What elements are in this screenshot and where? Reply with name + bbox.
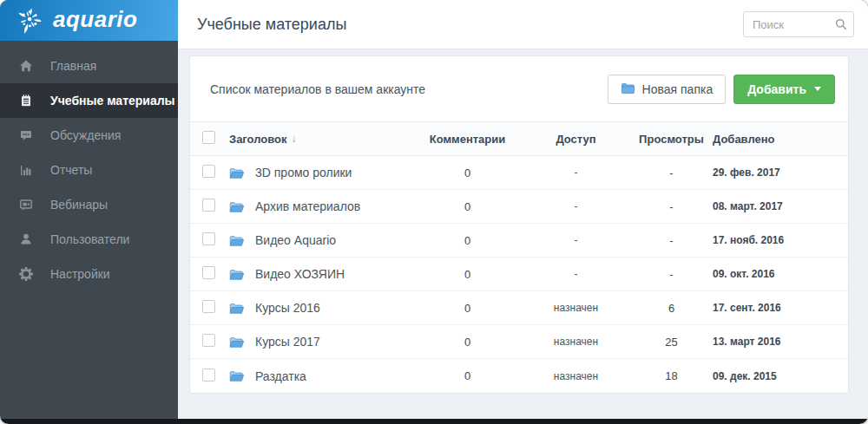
material-name[interactable]: Видео ХОЗЯИН <box>255 267 413 281</box>
material-name[interactable]: 3D промо ролики <box>255 166 413 179</box>
folder-icon <box>229 336 255 349</box>
material-views: - <box>630 200 713 213</box>
row-checkbox[interactable] <box>202 199 215 212</box>
brand-name: aquario <box>53 6 137 36</box>
folder-icon <box>229 369 255 382</box>
sidebar-item-label: Учебные материалы <box>50 94 175 108</box>
header-title[interactable]: Заголовок ↓ <box>229 133 413 146</box>
sidebar-item-label: Вебинары <box>50 198 108 212</box>
table-row[interactable]: Раздатка 0 назначен 18 09. дек. 2015 <box>190 359 848 393</box>
table-header: Заголовок ↓ Комментарии Доступ Просмотры… <box>190 121 848 156</box>
row-checkbox[interactable] <box>202 369 215 382</box>
material-views: 6 <box>630 302 713 315</box>
sidebar-item-label: Пользователи <box>50 232 129 246</box>
table-row[interactable]: Курсы 2017 0 назначен 25 13. март 2016 <box>190 325 848 359</box>
bar-chart-icon <box>19 163 35 177</box>
table-body: 3D промо ролики 0 - - 29. фев. 2017 Архи… <box>190 156 848 393</box>
material-views: - <box>630 268 713 281</box>
material-name[interactable]: Курсы 2016 <box>255 301 413 315</box>
sidebar-item-users[interactable]: Пользователи <box>0 222 178 257</box>
home-icon <box>19 59 35 73</box>
sidebar-item-discussions[interactable]: Обсуждения <box>0 118 178 153</box>
material-comments: 0 <box>413 302 522 315</box>
new-folder-button[interactable]: Новая папка <box>608 75 727 104</box>
material-access: - <box>522 268 630 280</box>
row-checkbox[interactable] <box>202 232 215 245</box>
person-icon <box>19 232 35 246</box>
main-area: Учебные материалы Список материалов в ва… <box>178 0 868 419</box>
material-comments: 0 <box>413 336 522 349</box>
sidebar-item-materials[interactable]: Учебные материалы <box>0 83 178 118</box>
table-row[interactable]: Видео ХОЗЯИН 0 - - 09. окт. 2016 <box>190 258 848 291</box>
table-row[interactable]: Архив материалов 0 - - 08. март. 2017 <box>190 190 848 224</box>
select-all-checkbox[interactable] <box>202 131 215 144</box>
row-checkbox[interactable] <box>202 300 215 313</box>
add-button[interactable]: Добавить <box>733 75 835 104</box>
card-toolbar: Список материалов в вашем аккаунте Новая… <box>190 56 848 121</box>
material-comments: 0 <box>413 166 522 179</box>
notepad-icon <box>19 94 35 108</box>
table-row[interactable]: Курсы 2016 0 назначен 6 17. сент. 2016 <box>190 291 848 325</box>
folder-icon <box>229 302 255 315</box>
material-access: назначен <box>522 370 630 382</box>
material-name[interactable]: Курсы 2017 <box>255 335 413 349</box>
folder-icon <box>621 82 635 97</box>
material-added: 08. март. 2017 <box>713 200 836 212</box>
row-checkbox[interactable] <box>202 334 215 347</box>
folder-icon <box>229 200 255 213</box>
topbar: Учебные материалы <box>178 0 868 49</box>
material-access: - <box>522 166 630 179</box>
material-added: 13. март 2016 <box>713 336 836 348</box>
material-views: - <box>630 166 713 179</box>
header-added[interactable]: Добавлено <box>713 133 836 146</box>
material-added: 17. сент. 2016 <box>713 302 836 314</box>
folder-icon <box>229 234 255 247</box>
sidebar-item-label: Отчеты <box>50 163 92 177</box>
material-added: 09. окт. 2016 <box>713 268 836 280</box>
brand-logo[interactable]: aquario <box>0 0 178 41</box>
sidebar-item-label: Настройки <box>50 267 110 281</box>
material-access: - <box>522 200 630 212</box>
material-views: 25 <box>630 336 713 349</box>
folder-icon <box>229 268 255 281</box>
app-window: aquario Главная <box>0 0 868 424</box>
table-row[interactable]: 3D промо ролики 0 - - 29. фев. 2017 <box>190 156 848 190</box>
material-views: 18 <box>630 369 713 382</box>
search-icon[interactable] <box>834 17 848 35</box>
header-views[interactable]: Просмотры <box>630 133 713 146</box>
sidebar-item-reports[interactable]: Отчеты <box>0 153 178 187</box>
sidebar-item-label: Главная <box>50 59 96 73</box>
content: Список материалов в вашем аккаунте Новая… <box>178 49 868 419</box>
sort-desc-icon: ↓ <box>292 133 297 145</box>
material-added: 09. дек. 2015 <box>713 370 836 382</box>
list-caption: Список материалов в вашем аккаунте <box>210 82 425 96</box>
header-access[interactable]: Доступ <box>522 133 630 146</box>
material-access: назначен <box>522 302 630 314</box>
material-comments: 0 <box>413 268 522 281</box>
chat-icon <box>19 128 35 142</box>
material-comments: 0 <box>413 234 522 247</box>
row-checkbox[interactable] <box>202 165 215 178</box>
folder-icon <box>229 166 255 179</box>
material-name[interactable]: Видео Aquario <box>255 233 413 247</box>
row-checkbox[interactable] <box>202 266 215 279</box>
sidebar: aquario Главная <box>0 0 178 419</box>
search-box <box>743 11 854 37</box>
window-bottom-edge <box>0 419 868 424</box>
add-button-label: Добавить <box>747 82 806 96</box>
splash-icon <box>11 2 46 40</box>
material-access: назначен <box>522 336 630 348</box>
materials-card: Список материалов в вашем аккаунте Новая… <box>189 55 849 394</box>
material-comments: 0 <box>413 200 522 213</box>
header-comments[interactable]: Комментарии <box>413 133 522 146</box>
table-row[interactable]: Видео Aquario 0 - - 17. нояб. 2016 <box>190 224 848 258</box>
chevron-down-icon <box>814 87 821 91</box>
sidebar-item-home[interactable]: Главная <box>0 49 178 83</box>
sidebar-item-settings[interactable]: Настройки <box>0 257 178 291</box>
sidebar-nav: Главная Учебны <box>0 41 178 291</box>
material-name[interactable]: Архив материалов <box>255 199 413 213</box>
material-name[interactable]: Раздатка <box>255 369 413 383</box>
material-added: 17. нояб. 2016 <box>713 234 836 246</box>
material-added: 29. фев. 2017 <box>713 166 836 179</box>
sidebar-item-webinars[interactable]: Вебинары <box>0 187 178 222</box>
